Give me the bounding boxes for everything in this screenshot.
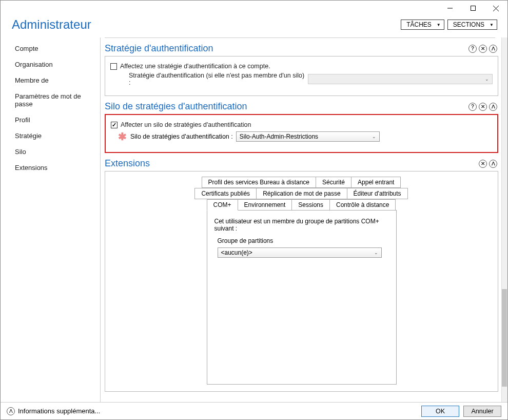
help-icon[interactable]: ? (468, 45, 477, 53)
window-maximize-button[interactable] (461, 1, 484, 16)
tab-dial-in[interactable]: Appel entrant (351, 177, 401, 188)
section-title-silo: Silo de stratégies d'authentification (105, 101, 247, 112)
tab-password-replication[interactable]: Réplication de mot de passe (256, 188, 347, 199)
silo-checkbox[interactable] (111, 122, 118, 128)
collapse-icon[interactable]: ᐱ (489, 160, 497, 168)
window-close-button[interactable] (484, 1, 507, 16)
chevron-down-icon: ▼ (490, 23, 494, 27)
chevron-down-icon: ⌄ (372, 134, 376, 139)
sidebar-item-extensions[interactable]: Extensions (1, 160, 100, 176)
silo-dropdown-value: Silo-Auth-Admin-Restrictions (240, 133, 318, 140)
com-group-dropdown[interactable]: <aucun(e)> ⌄ (218, 247, 382, 258)
tab-environment[interactable]: Environnement (238, 199, 292, 211)
section-title-extensions: Extensions (105, 158, 150, 169)
com-group-label: Groupe de partitions (218, 237, 389, 244)
collapse-icon[interactable]: ᐱ (489, 103, 497, 111)
com-group-value: <aucun(e)> (221, 249, 252, 256)
sections-label: SECTIONS (453, 21, 484, 28)
sidebar-item-silo[interactable]: Silo (1, 144, 100, 160)
chevron-down-icon: ⌄ (374, 250, 378, 255)
sidebar: Compte Organisation Membre de Paramètres… (1, 37, 101, 402)
vertical-scrollbar[interactable] (501, 37, 507, 402)
tab-com-plus[interactable]: COM+ (207, 199, 238, 211)
sidebar-item-compte[interactable]: Compte (1, 41, 100, 56)
sidebar-item-membre-de[interactable]: Membre de (1, 72, 100, 88)
window-titlebar (1, 1, 507, 16)
auth-policy-checkbox-label: Affectez une stratégie d'authentificatio… (120, 63, 270, 70)
section-title-auth-policy: Stratégie d'authentification (105, 43, 213, 54)
close-icon[interactable]: ✕ (479, 103, 487, 111)
chevron-up-icon: ᐱ (7, 407, 15, 415)
close-icon[interactable]: ✕ (479, 45, 487, 53)
section-extensions: Extensions ✕ ᐱ Profil des services Burea… (105, 156, 498, 392)
tasks-label: TÂCHES (406, 21, 432, 28)
silo-checkbox-label: Affecter un silo de stratégies d'authent… (121, 121, 251, 128)
tab-panel-com-plus: Cet utilisateur est un membre du groupe … (207, 210, 397, 385)
required-asterisk-icon: ✱ (117, 130, 127, 143)
help-icon[interactable]: ? (468, 103, 477, 111)
sidebar-item-parametres-mdp[interactable]: Paramètres de mot de passe (1, 88, 100, 112)
scrollbar-thumb[interactable] (502, 289, 507, 387)
tab-security[interactable]: Sécurité (316, 177, 351, 188)
auth-policy-checkbox[interactable] (110, 63, 117, 70)
info-label: Informations supplémenta... (18, 407, 100, 415)
info-expand-link[interactable]: ᐱ Informations supplémenta... (7, 407, 100, 415)
section-silo: Silo de stratégies d'authentification ? … (105, 99, 498, 153)
svg-rect-1 (471, 6, 475, 11)
cancel-button[interactable]: Annuler (463, 406, 501, 417)
section-auth-policy: Stratégie d'authentification ? ✕ ᐱ Affec… (105, 41, 498, 96)
page-title: Administrateur (12, 17, 91, 32)
chevron-down-icon: ⌄ (485, 77, 489, 82)
tab-remote-control[interactable]: Contrôle à distance (329, 199, 396, 211)
silo-field-label: Silo de stratégies d'authentification : (130, 133, 233, 140)
silo-dropdown[interactable]: Silo-Auth-Admin-Restrictions ⌄ (236, 131, 380, 142)
auth-policy-field-label: Stratégie d'authentification (si elle n'… (129, 72, 306, 86)
sections-dropdown[interactable]: SECTIONS ▼ (447, 20, 497, 30)
tasks-dropdown[interactable]: TÂCHES ▼ (401, 20, 444, 30)
tab-rds-profile[interactable]: Profil des services Bureau à distance (202, 177, 316, 188)
chevron-down-icon: ▼ (437, 23, 441, 27)
auth-policy-dropdown: ⌄ (308, 74, 493, 84)
tab-published-certs[interactable]: Certificats publiés (194, 188, 257, 199)
com-description: Cet utilisateur est un membre du groupe … (214, 218, 389, 232)
tab-attribute-editor[interactable]: Éditeur d'attributs (347, 188, 408, 199)
ok-button[interactable]: OK (421, 406, 459, 417)
tab-sessions[interactable]: Sessions (291, 199, 330, 211)
window-minimize-button[interactable] (438, 1, 461, 16)
sidebar-item-organisation[interactable]: Organisation (1, 56, 100, 72)
sidebar-item-strategie[interactable]: Stratégie (1, 128, 100, 144)
collapse-icon[interactable]: ᐱ (489, 45, 497, 53)
sidebar-item-profil[interactable]: Profil (1, 112, 100, 128)
close-icon[interactable]: ✕ (479, 160, 487, 168)
